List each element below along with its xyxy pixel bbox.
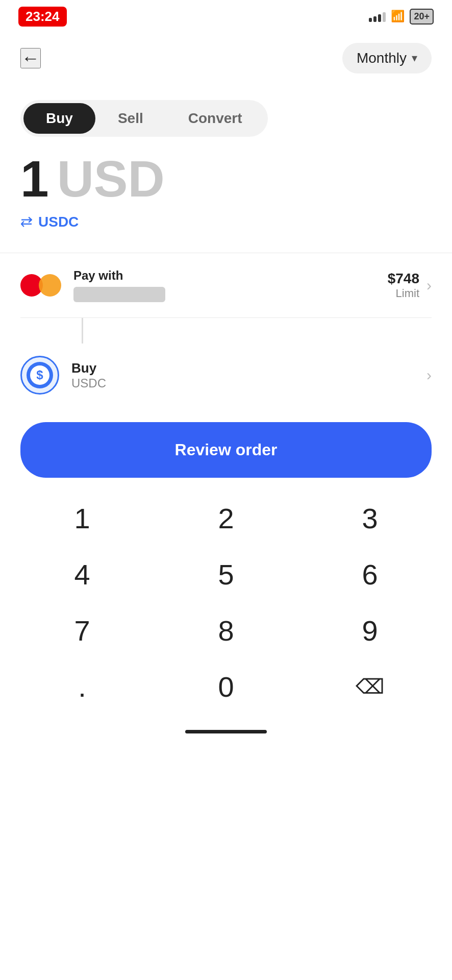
amount-number: 1 — [20, 153, 49, 204]
swap-icon: ⇅ — [18, 216, 35, 228]
key-7[interactable]: 7 — [16, 602, 148, 658]
tab-buy[interactable]: Buy — [23, 103, 95, 134]
wifi-icon: 📶 — [391, 10, 405, 23]
pay-with-left: Pay with — [20, 268, 165, 302]
vertical-separator — [82, 318, 83, 344]
numeric-keypad: 1 2 3 4 5 6 7 8 9 . 0 ⌫ — [0, 490, 452, 715]
chevron-right-icon: › — [426, 277, 432, 294]
review-order-button[interactable]: Review order — [20, 422, 432, 478]
pay-with-label: Pay with — [73, 268, 165, 283]
keypad-row-3: 7 8 9 — [10, 602, 442, 658]
pay-with-right: $748 Limit › — [388, 271, 432, 300]
tab-convert[interactable]: Convert — [166, 103, 265, 134]
key-1[interactable]: 1 — [16, 490, 148, 546]
keypad-row-1: 1 2 3 — [10, 490, 442, 546]
period-label: Monthly — [357, 50, 407, 66]
key-backspace[interactable]: ⌫ — [304, 658, 436, 715]
usdc-coin-icon: $ — [20, 356, 59, 395]
mc-circle-right — [39, 274, 61, 297]
keypad-row-4: . 0 ⌫ — [10, 658, 442, 715]
limit-label: Limit — [388, 287, 419, 300]
key-3[interactable]: 3 — [304, 490, 436, 546]
key-0[interactable]: 0 — [160, 658, 292, 715]
usdc-toggle[interactable]: ⇅ USDC — [20, 213, 432, 230]
buy-chevron-right-icon: › — [426, 366, 432, 384]
limit-amount: $748 — [388, 271, 419, 287]
signal-icon — [369, 11, 386, 22]
key-4[interactable]: 4 — [16, 546, 148, 602]
key-decimal[interactable]: . — [16, 658, 148, 715]
usdc-label: USDC — [38, 214, 79, 230]
key-8[interactable]: 8 — [160, 602, 292, 658]
pay-with-section[interactable]: Pay with $748 Limit › — [20, 253, 432, 318]
buy-label: Buy — [71, 360, 106, 376]
pay-info: Pay with — [73, 268, 165, 302]
key-2[interactable]: 2 — [160, 490, 292, 546]
chevron-down-icon: ▾ — [412, 52, 417, 65]
keypad-row-2: 4 5 6 — [10, 546, 442, 602]
key-5[interactable]: 5 — [160, 546, 292, 602]
status-time: 23:24 — [18, 7, 67, 27]
usdc-dollar-sign: $ — [36, 368, 43, 382]
card-masked-number — [73, 287, 165, 302]
buy-info: Buy USDC — [71, 360, 106, 390]
header: ← Monthly ▾ — [0, 31, 452, 82]
amount-currency: USD — [57, 153, 165, 204]
buy-asset: USDC — [71, 376, 106, 390]
home-bar — [185, 730, 267, 733]
key-6[interactable]: 6 — [304, 546, 436, 602]
key-9[interactable]: 9 — [304, 602, 436, 658]
limit-info: $748 Limit — [388, 271, 419, 300]
buy-left: $ Buy USDC — [20, 356, 106, 395]
status-bar: 23:24 📶 20+ — [0, 0, 452, 31]
trade-tab-group: Buy Sell Convert — [20, 100, 268, 137]
period-selector[interactable]: Monthly ▾ — [342, 43, 432, 74]
buy-usdc-section[interactable]: $ Buy USDC › — [20, 344, 432, 410]
mastercard-icon — [20, 271, 61, 300]
amount-display: 1 USD — [20, 153, 432, 204]
battery-indicator: 20+ — [410, 9, 434, 24]
home-indicator — [0, 720, 452, 741]
back-button[interactable]: ← — [20, 48, 41, 68]
status-icons: 📶 20+ — [369, 9, 434, 24]
tab-sell[interactable]: Sell — [95, 103, 166, 134]
